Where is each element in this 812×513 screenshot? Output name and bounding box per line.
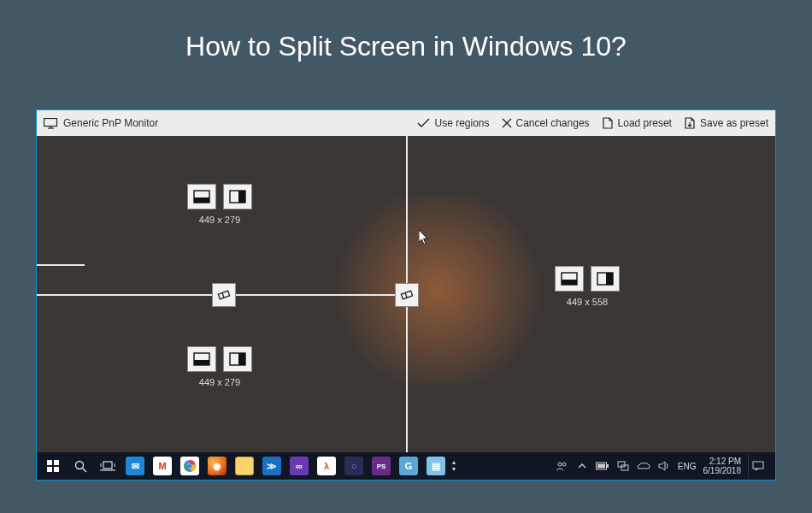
vertical-divider[interactable]: [406, 136, 408, 480]
taskbar: ✉ M ◉ ≫ ∞ λ ○ PS G ▤ ▴▾: [37, 452, 775, 480]
search-button[interactable]: [68, 454, 93, 478]
svg-rect-19: [47, 460, 52, 465]
task-view-button[interactable]: [95, 454, 121, 478]
tray-time: 2:12 PM: [703, 457, 742, 466]
region-editor-window: Generic PnP Monitor Use regions Cancel c…: [36, 109, 776, 481]
taskbar-app-gmail[interactable]: M: [150, 454, 175, 478]
eraser-icon: [216, 289, 232, 301]
svg-rect-8: [194, 198, 209, 203]
cancel-changes-label: Cancel changes: [516, 117, 590, 129]
eraser-icon: [399, 289, 415, 301]
cursor-icon: [419, 230, 429, 249]
taskbar-app-chrome[interactable]: [177, 454, 203, 478]
svg-point-32: [558, 463, 562, 466]
monitor-name: Generic PnP Monitor: [63, 117, 158, 129]
toolbar: Generic PnP Monitor Use regions Cancel c…: [37, 110, 775, 136]
save-icon: [684, 117, 696, 129]
monitor-icon: [44, 118, 58, 129]
split-horizontal-button[interactable]: [187, 346, 216, 372]
taskbar-app-explorer[interactable]: [232, 454, 257, 478]
taskbar-app-firefox[interactable]: ◉: [204, 454, 230, 478]
start-button[interactable]: [40, 454, 66, 478]
region-size-label: 449 x 279: [199, 215, 240, 225]
split-horizontal-icon: [193, 190, 210, 203]
split-vertical-button[interactable]: [223, 184, 252, 209]
load-preset-label: Load preset: [618, 117, 672, 129]
save-preset-label: Save as preset: [700, 117, 768, 129]
load-preset-button[interactable]: Load preset: [602, 117, 672, 129]
taskbar-app-lambda[interactable]: λ: [314, 454, 339, 478]
tray-battery-icon[interactable]: [596, 459, 609, 473]
svg-rect-14: [238, 353, 245, 365]
svg-rect-12: [194, 360, 209, 365]
svg-rect-0: [44, 118, 57, 126]
taskbar-app-edge[interactable]: G: [396, 454, 421, 478]
svg-line-4: [222, 293, 224, 298]
svg-rect-5: [401, 291, 412, 299]
split-vertical-button[interactable]: [223, 346, 252, 372]
taskbar-overflow[interactable]: ▴▾: [450, 459, 457, 473]
tray-network-icon[interactable]: [616, 459, 630, 473]
save-preset-button[interactable]: Save as preset: [684, 117, 768, 129]
split-horizontal-button[interactable]: [187, 184, 216, 209]
eraser-handle-left[interactable]: [212, 283, 236, 307]
svg-rect-36: [597, 464, 605, 469]
taskbar-app-notepad[interactable]: ▤: [423, 454, 449, 478]
svg-rect-22: [54, 467, 59, 472]
tray-people-icon[interactable]: [555, 459, 568, 473]
split-horizontal-icon: [193, 352, 210, 366]
split-vertical-icon: [229, 190, 246, 203]
split-vertical-icon: [597, 272, 614, 286]
taskbar-app-mailbird[interactable]: ✉: [122, 454, 148, 478]
split-horizontal-icon: [561, 272, 578, 286]
taskbar-app-visualstudio[interactable]: ∞: [286, 454, 312, 478]
tray-date: 6/19/2018: [703, 466, 742, 475]
cancel-changes-button[interactable]: Cancel changes: [502, 117, 590, 129]
svg-rect-16: [562, 280, 577, 285]
tray-chevron-up-icon[interactable]: [575, 459, 589, 473]
check-icon: [417, 118, 430, 128]
monitor-label: Generic PnP Monitor: [44, 117, 158, 129]
divider-stub[interactable]: [37, 264, 85, 266]
svg-point-33: [562, 463, 566, 466]
tray-volume-icon[interactable]: [657, 459, 671, 473]
svg-rect-18: [606, 273, 613, 285]
svg-rect-25: [103, 462, 112, 469]
region-size-label: 449 x 279: [199, 377, 240, 387]
eraser-handle-center[interactable]: [395, 283, 419, 307]
taskbar-right: ENG 2:12 PM 6/19/2018: [555, 454, 772, 478]
tray-notifications-icon[interactable]: [748, 454, 767, 478]
split-vertical-button[interactable]: [591, 266, 620, 292]
region-size-label: 449 x 558: [567, 297, 608, 307]
tray-onedrive-icon[interactable]: [637, 459, 650, 473]
svg-rect-21: [47, 467, 52, 472]
svg-point-31: [188, 464, 192, 469]
taskbar-app-terminal[interactable]: ○: [341, 454, 367, 478]
svg-point-23: [75, 461, 83, 469]
taskbar-app-phpstorm[interactable]: PS: [368, 454, 394, 478]
svg-rect-35: [607, 464, 609, 468]
svg-rect-10: [238, 191, 245, 203]
tray-clock[interactable]: 2:12 PM 6/19/2018: [703, 457, 742, 475]
region-controls-right: 449 x 558: [555, 266, 620, 307]
svg-line-24: [82, 468, 86, 472]
svg-rect-20: [54, 460, 59, 465]
tray-lang[interactable]: ENG: [678, 462, 697, 471]
close-icon: [502, 118, 512, 128]
svg-rect-39: [753, 462, 763, 469]
glow-decoration: [327, 196, 550, 384]
region-controls-top-left: 449 x 279: [187, 184, 252, 225]
taskbar-app-vscode[interactable]: ≫: [259, 454, 285, 478]
region-controls-bottom-left: 449 x 279: [187, 346, 252, 387]
split-horizontal-button[interactable]: [555, 266, 584, 292]
svg-line-6: [405, 293, 407, 298]
svg-rect-3: [218, 291, 229, 299]
use-regions-button[interactable]: Use regions: [417, 117, 489, 129]
regions-canvas[interactable]: 449 x 279 449 x 279: [37, 136, 775, 480]
split-vertical-icon: [229, 352, 246, 366]
page-title: How to Split Screen in Windows 10?: [0, 0, 812, 86]
load-icon: [602, 117, 614, 129]
taskbar-left: ✉ M ◉ ≫ ∞ λ ○ PS G ▤ ▴▾: [40, 454, 457, 478]
use-regions-label: Use regions: [434, 117, 489, 129]
